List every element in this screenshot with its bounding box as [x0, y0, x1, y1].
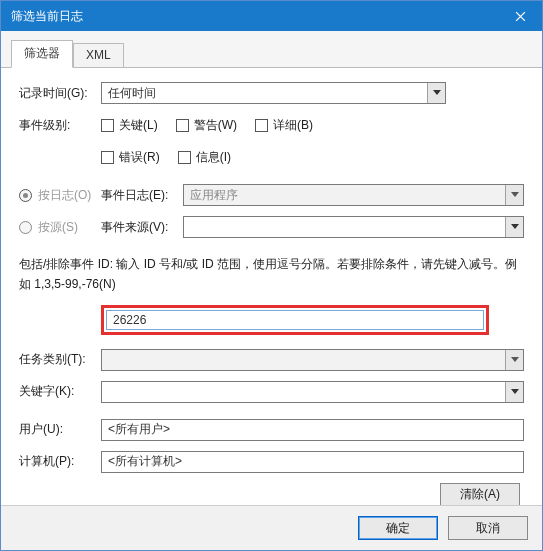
close-button[interactable]: [498, 1, 542, 31]
label-logged: 记录时间(G):: [19, 85, 101, 102]
user-field[interactable]: [101, 419, 524, 441]
task-combo: [101, 349, 524, 371]
tab-filter[interactable]: 筛选器: [11, 40, 73, 68]
chk-warning[interactable]: 警告(W): [176, 117, 237, 134]
chk-critical[interactable]: 关键(L): [101, 117, 158, 134]
window-title: 筛选当前日志: [11, 8, 83, 25]
label-task: 任务类别(T):: [19, 351, 101, 368]
radio-bysource: 按源(S): [19, 219, 101, 236]
chevron-down-icon: [505, 382, 523, 402]
dialog-footer: 确定 取消: [1, 505, 542, 550]
label-eventsource: 事件来源(V):: [101, 219, 183, 236]
titlebar: 筛选当前日志: [1, 1, 542, 31]
label-eventlog: 事件日志(E):: [101, 187, 183, 204]
event-id-highlight: [101, 305, 489, 335]
label-keywords: 关键字(K):: [19, 383, 101, 400]
keywords-combo[interactable]: [101, 381, 524, 403]
level-checks-2: 错误(R) 信息(I): [101, 149, 231, 166]
label-user: 用户(U):: [19, 421, 101, 438]
timeframe-select[interactable]: 任何时间: [101, 82, 446, 104]
eventlog-value: 应用程序: [190, 187, 238, 204]
user-input[interactable]: [108, 422, 517, 436]
chevron-down-icon: [505, 217, 523, 237]
timeframe-value: 任何时间: [108, 85, 156, 102]
level-checks: 关键(L) 警告(W) 详细(B): [101, 117, 313, 134]
radio-icon: [19, 189, 32, 202]
eventlog-combo: 应用程序: [183, 184, 524, 206]
eventsource-combo[interactable]: [183, 216, 524, 238]
chk-info[interactable]: 信息(I): [178, 149, 231, 166]
ok-button[interactable]: 确定: [358, 516, 438, 540]
chk-verbose[interactable]: 详细(B): [255, 117, 313, 134]
radio-bylog: 按日志(O): [19, 187, 101, 204]
eventsource-input[interactable]: [190, 220, 501, 234]
event-id-input[interactable]: [106, 310, 484, 330]
chevron-down-icon: [427, 83, 445, 103]
radio-icon: [19, 221, 32, 234]
computer-input[interactable]: [108, 454, 517, 468]
cancel-button[interactable]: 取消: [448, 516, 528, 540]
close-icon: [515, 11, 526, 22]
computer-field[interactable]: [101, 451, 524, 473]
id-description: 包括/排除事件 ID: 输入 ID 号和/或 ID 范围，使用逗号分隔。若要排除…: [19, 254, 524, 295]
label-level: 事件级别:: [19, 117, 101, 134]
chevron-down-icon: [505, 350, 523, 370]
filter-panel: 记录时间(G): 任何时间 事件级别: 关键(L) 警告(W) 详细(B) 错误…: [1, 68, 542, 517]
clear-button[interactable]: 清除(A): [440, 483, 520, 507]
chk-error[interactable]: 错误(R): [101, 149, 160, 166]
keywords-input[interactable]: [108, 385, 501, 399]
tab-xml[interactable]: XML: [73, 43, 124, 68]
tabs: 筛选器 XML: [1, 31, 542, 68]
label-computer: 计算机(P):: [19, 453, 101, 470]
chevron-down-icon: [505, 185, 523, 205]
